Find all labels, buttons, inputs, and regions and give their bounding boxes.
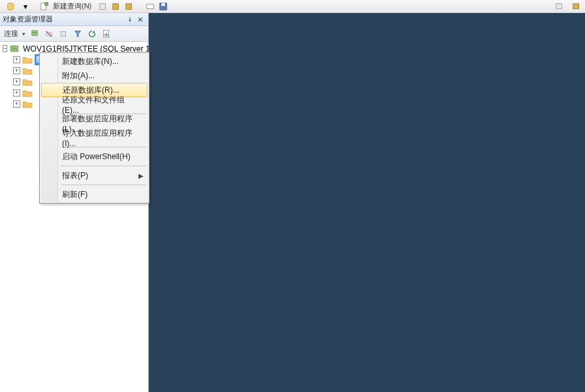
- tree-toggle-icon[interactable]: +: [13, 100, 20, 108]
- toolbar-icon[interactable]: [97, 1, 109, 12]
- svg-rect-16: [104, 34, 105, 37]
- svg-rect-11: [32, 30, 38, 33]
- toolbar-button[interactable]: [3, 0, 18, 13]
- menu-restore-files[interactable]: 还原文件和文件组(E)...: [41, 97, 148, 112]
- svg-rect-2: [45, 2, 48, 5]
- report-icon[interactable]: [100, 28, 113, 40]
- menu-item-label: 还原文件和文件组(E)...: [62, 95, 136, 115]
- tree-toggle-icon[interactable]: +: [13, 67, 20, 74]
- new-query-icon: [39, 1, 50, 12]
- folder-icon: [22, 78, 33, 87]
- svg-rect-8: [556, 3, 562, 8]
- menu-separator: [61, 185, 146, 185]
- menu-item-label: 启动 PowerShell(H): [62, 151, 131, 162]
- workspace-area: [149, 13, 585, 392]
- new-query-button[interactable]: 新建查询(N): [37, 0, 96, 13]
- panel-title-text: 对象资源管理器: [3, 14, 125, 24]
- stop-icon[interactable]: [57, 28, 70, 40]
- menu-item-label: 报表(P): [62, 170, 88, 181]
- menu-item-label: 新建数据库(N)...: [62, 56, 119, 67]
- server-icon: [9, 44, 20, 53]
- svg-rect-20: [10, 49, 18, 52]
- database-icon: [5, 1, 16, 12]
- pin-icon[interactable]: [125, 15, 135, 24]
- connect-icon[interactable]: [28, 28, 41, 40]
- svg-rect-4: [113, 3, 119, 9]
- svg-rect-9: [573, 3, 579, 8]
- tree-toggle-icon[interactable]: −: [3, 45, 7, 52]
- folder-icon: [22, 89, 33, 98]
- folder-icon: [22, 67, 33, 76]
- refresh-icon[interactable]: [86, 28, 99, 40]
- menu-item-label: 刷新(F): [62, 189, 87, 200]
- svg-rect-5: [126, 3, 132, 9]
- tree-toggle-icon[interactable]: +: [13, 89, 20, 97]
- menu-start-powershell[interactable]: 启动 PowerShell(H): [41, 149, 148, 164]
- svg-rect-17: [106, 33, 107, 36]
- tree-toggle-icon[interactable]: +: [13, 56, 20, 63]
- toolbar-icon[interactable]: [110, 1, 122, 12]
- folder-icon: [22, 100, 33, 109]
- app-toolbar: ▾ 新建查询(N): [0, 0, 585, 13]
- menu-import-data-tier[interactable]: 导入数据层应用程序(I)...: [41, 130, 148, 145]
- menu-item-label: 导入数据层应用程序(I)...: [62, 128, 136, 148]
- filter-icon[interactable]: [71, 28, 84, 40]
- menu-new-database[interactable]: 新建数据库(N)...: [41, 54, 148, 68]
- folder-icon: [22, 55, 33, 65]
- svg-rect-10: [32, 33, 38, 35]
- dropdown-icon[interactable]: ▾: [20, 1, 31, 12]
- menu-reports[interactable]: 报表(P) ▶: [41, 168, 148, 183]
- svg-rect-18: [108, 34, 108, 36]
- close-icon[interactable]: [135, 15, 146, 24]
- menu-attach[interactable]: 附加(A)...: [41, 68, 148, 83]
- panel-titlebar: 对象资源管理器: [0, 13, 148, 26]
- connect-label: 连接: [3, 29, 20, 38]
- databases-context-menu: 新建数据库(N)... 附加(A)... 还原数据库(R)... 还原文件和文件…: [39, 52, 150, 204]
- toolbar-icon[interactable]: [554, 1, 565, 12]
- menu-refresh[interactable]: 刷新(F): [41, 187, 148, 202]
- svg-rect-7: [162, 3, 165, 5]
- toolbar-icon[interactable]: [123, 1, 135, 12]
- toolbar-icon[interactable]: [144, 1, 156, 12]
- svg-rect-14: [61, 31, 66, 36]
- save-icon[interactable]: [157, 1, 169, 12]
- menu-item-label: 附加(A)...: [62, 70, 95, 82]
- panel-toolbar: 连接 ▾: [0, 26, 148, 42]
- menu-separator: [61, 166, 146, 166]
- svg-rect-3: [100, 3, 106, 9]
- new-query-label: 新建查询(N): [50, 1, 94, 11]
- disconnect-icon[interactable]: [42, 28, 55, 40]
- toolbar-icon[interactable]: [571, 1, 582, 12]
- tree-toggle-icon[interactable]: +: [13, 78, 20, 85]
- submenu-arrow-icon: ▶: [138, 172, 144, 179]
- svg-point-21: [16, 46, 18, 48]
